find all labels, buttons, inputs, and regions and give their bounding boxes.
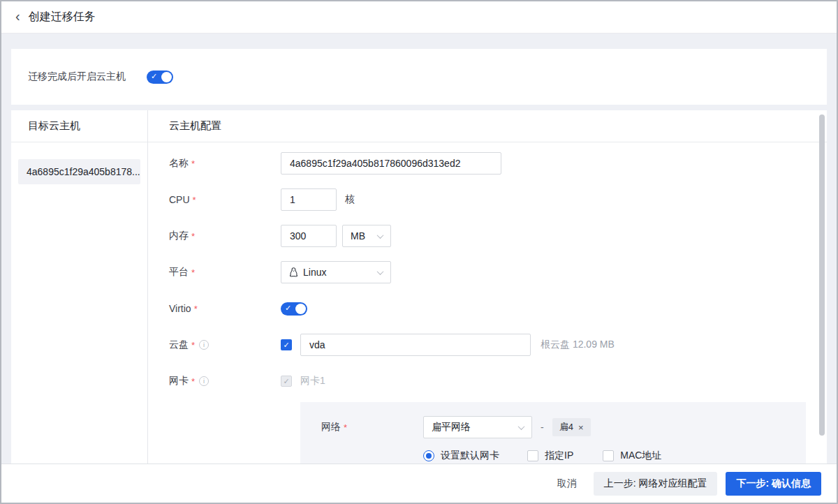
default-nic-radio-label[interactable]: 设置默认网卡 xyxy=(441,450,499,462)
disk-label: 云盘 * i xyxy=(169,339,281,351)
cpu-label-text: CPU xyxy=(169,194,190,205)
disk-size-hint: 根云盘 12.09 MB xyxy=(541,339,615,351)
network-label-text: 网络 xyxy=(321,421,341,433)
network-label: 网络 * xyxy=(321,421,423,433)
cpu-label: CPU * xyxy=(169,194,281,205)
power-on-label: 迁移完成后开启云主机 xyxy=(28,71,126,83)
required-asterisk: * xyxy=(344,422,347,433)
virtio-row: Virtio * xyxy=(169,297,806,320)
network-tag: 扁4 × xyxy=(552,418,591,436)
platform-label-text: 平台 xyxy=(169,266,189,279)
memory-label-text: 内存 xyxy=(169,230,189,242)
name-input[interactable] xyxy=(281,152,501,175)
target-vm-panel: 目标云主机 4a6895c1f29a405b8178... xyxy=(11,110,148,464)
disk-name-input[interactable] xyxy=(300,334,531,356)
create-migration-task-page: ‹ 创建迁移任务 迁移完成后开启云主机 目标云主机 4a6895c1f29a40… xyxy=(0,0,838,504)
virtio-label: Virtio * xyxy=(169,303,281,314)
footer-bar: 取消 上一步: 网络对应组配置 下一步: 确认信息 xyxy=(1,464,837,503)
vm-config-card: 目标云主机 4a6895c1f29a405b8178... 云主机配置 名称 * xyxy=(11,110,827,464)
required-asterisk: * xyxy=(191,267,195,278)
mac-address-label[interactable]: MAC地址 xyxy=(620,450,661,462)
power-on-card: 迁移完成后开启云主机 xyxy=(11,49,827,105)
nic-label-text: 网卡 xyxy=(169,375,189,387)
info-icon[interactable]: i xyxy=(199,340,209,350)
required-asterisk: * xyxy=(193,195,196,205)
assign-ip-label[interactable]: 指定IP xyxy=(545,450,573,462)
memory-input[interactable] xyxy=(281,225,337,247)
info-icon[interactable]: i xyxy=(199,376,209,386)
disk-label-text: 云盘 xyxy=(169,339,189,351)
chevron-down-icon xyxy=(377,268,384,275)
virtio-label-text: Virtio xyxy=(169,303,191,314)
network-select-row: 网络 * 扁平网络 - 扁4 × xyxy=(321,416,792,438)
default-nic-radio[interactable] xyxy=(423,450,434,461)
nic-row: 网卡 * i 网卡1 xyxy=(169,370,806,392)
next-step-button[interactable]: 下一步: 确认信息 xyxy=(726,472,821,496)
cpu-row: CPU * 核 xyxy=(169,188,806,211)
target-vm-item[interactable]: 4a6895c1f29a405b8178... xyxy=(18,159,140,184)
disk-row: 云盘 * i 根云盘 12.09 MB xyxy=(169,334,806,356)
required-asterisk: * xyxy=(191,158,195,169)
network-subpanel: 网络 * 扁平网络 - 扁4 × xyxy=(300,402,806,464)
platform-select[interactable]: Linux xyxy=(281,261,391,283)
cancel-button[interactable]: 取消 xyxy=(557,477,577,490)
close-icon[interactable]: × xyxy=(578,423,584,432)
platform-row: 平台 * Linux xyxy=(169,261,806,283)
vm-config-panel: 云主机配置 名称 * CPU * xyxy=(148,110,827,464)
chevron-down-icon xyxy=(518,423,525,430)
network-tag-label: 扁4 xyxy=(559,421,573,433)
name-label-text: 名称 xyxy=(169,157,189,170)
top-bar: ‹ 创建迁移任务 xyxy=(1,1,837,34)
disk-checkbox[interactable] xyxy=(281,339,292,350)
nic-checkbox-disabled xyxy=(281,376,292,387)
toggle-knob xyxy=(161,72,172,82)
memory-unit-value: MB xyxy=(351,230,372,242)
network-options-row: 设置默认网卡 指定IP MAC地址 xyxy=(423,450,792,462)
separator-dash: - xyxy=(541,422,544,433)
power-on-toggle[interactable] xyxy=(147,71,173,84)
memory-label: 内存 * xyxy=(169,230,281,242)
required-asterisk: * xyxy=(191,231,195,242)
vm-config-panel-title: 云主机配置 xyxy=(148,110,827,142)
cpu-unit-label: 核 xyxy=(345,193,355,206)
nic-name-label: 网卡1 xyxy=(300,375,325,387)
mac-address-checkbox[interactable] xyxy=(603,450,614,461)
vm-config-form: 名称 * CPU * 核 xyxy=(148,142,827,464)
name-row: 名称 * xyxy=(169,152,806,175)
name-label: 名称 * xyxy=(169,157,281,170)
virtio-toggle[interactable] xyxy=(281,302,307,316)
memory-row: 内存 * MB xyxy=(169,225,806,247)
chevron-down-icon xyxy=(377,232,384,239)
target-vm-list: 4a6895c1f29a405b8178... xyxy=(11,142,147,201)
target-vm-panel-title: 目标云主机 xyxy=(11,110,147,142)
cpu-input[interactable] xyxy=(281,188,337,211)
platform-value: Linux xyxy=(303,267,326,278)
required-asterisk: * xyxy=(194,304,198,314)
required-asterisk: * xyxy=(191,340,195,350)
vertical-scrollbar[interactable] xyxy=(819,114,825,436)
toggle-knob xyxy=(295,304,306,314)
radio-dot xyxy=(426,453,432,459)
required-asterisk: * xyxy=(191,376,195,387)
platform-label: 平台 * xyxy=(169,266,281,279)
network-type-select[interactable]: 扁平网络 xyxy=(423,416,532,438)
page-title: 创建迁移任务 xyxy=(29,10,96,24)
linux-penguin-icon xyxy=(289,267,298,278)
nic-label: 网卡 * i xyxy=(169,375,281,387)
previous-step-button[interactable]: 上一步: 网络对应组配置 xyxy=(594,472,718,496)
memory-unit-select[interactable]: MB xyxy=(342,225,391,247)
back-icon[interactable]: ‹ xyxy=(15,9,20,23)
content-area: 迁移完成后开启云主机 目标云主机 4a6895c1f29a405b8178...… xyxy=(1,34,837,464)
assign-ip-checkbox[interactable] xyxy=(527,450,538,461)
network-type-value: 扁平网络 xyxy=(432,421,513,433)
